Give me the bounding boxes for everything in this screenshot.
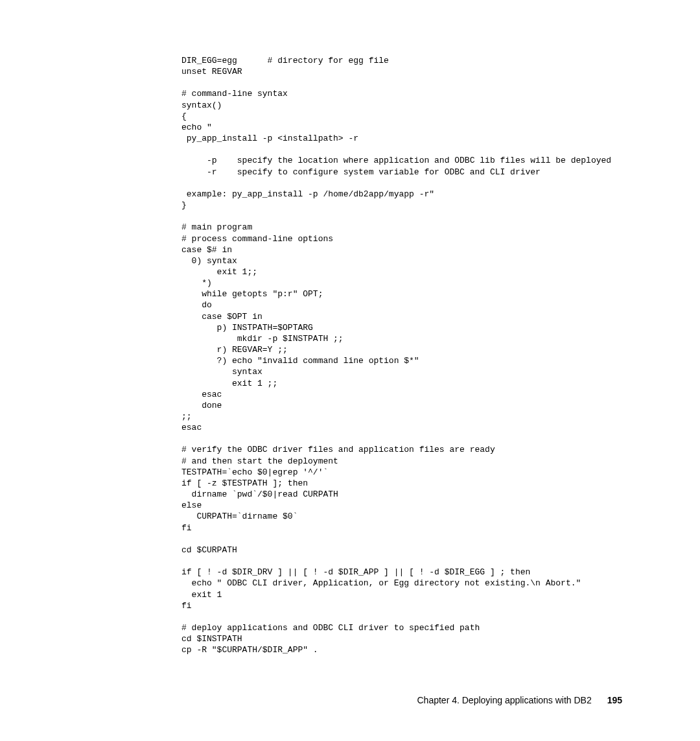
page-footer: Chapter 4. Deploying applications with D… xyxy=(417,695,622,705)
code-listing: DIR_EGG=egg # directory for egg file uns… xyxy=(181,55,622,655)
chapter-label: Chapter 4. Deploying applications with D… xyxy=(417,695,591,705)
page-number: 195 xyxy=(607,695,622,705)
